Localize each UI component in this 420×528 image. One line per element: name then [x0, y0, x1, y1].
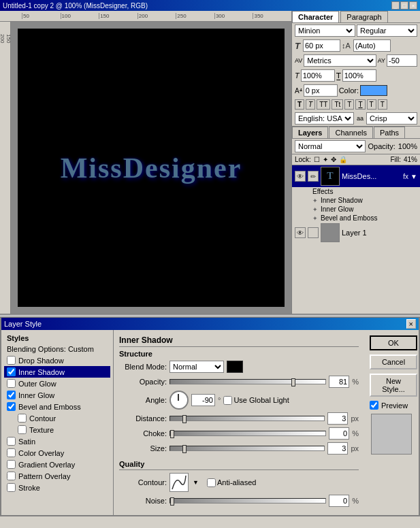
- baseline-field[interactable]: [304, 84, 338, 97]
- choke-thumb[interactable]: [170, 430, 174, 438]
- contour-checkbox[interactable]: [18, 414, 27, 423]
- lang-select[interactable]: English: USA: [295, 112, 354, 125]
- bevel-emboss-effect-row[interactable]: ✦ Bevel and Emboss: [292, 214, 420, 222]
- bevel-emboss-checkbox[interactable]: [7, 402, 16, 411]
- satin-checkbox[interactable]: [7, 437, 16, 446]
- blend-mode-select[interactable]: Normal: [295, 140, 366, 152]
- size-field[interactable]: [327, 442, 348, 455]
- lock-all-icon[interactable]: 🔒: [339, 156, 347, 163]
- sidebar-texture[interactable]: Texture: [4, 424, 110, 435]
- new-style-button[interactable]: New Style...: [370, 374, 417, 397]
- leading-field[interactable]: [353, 39, 391, 52]
- t-under-btn[interactable]: T: [355, 99, 365, 110]
- inner-shadow-checkbox[interactable]: [7, 367, 16, 376]
- layer-t-brush[interactable]: ✏: [308, 171, 319, 182]
- sidebar-drop-shadow[interactable]: Drop Shadow: [4, 354, 110, 366]
- preview-checkbox[interactable]: [370, 401, 378, 410]
- tt2-btn[interactable]: Tt: [332, 99, 343, 110]
- effect-inner-glow: Inner Glow: [321, 205, 353, 213]
- stroke-checkbox[interactable]: [7, 483, 16, 492]
- sidebar-gradient-overlay[interactable]: Gradient Overlay: [4, 459, 110, 470]
- font-size-field[interactable]: [303, 39, 340, 52]
- size-slider[interactable]: [169, 446, 325, 451]
- sidebar-color-overlay[interactable]: Color Overlay: [4, 447, 110, 459]
- tracking-select[interactable]: Metrics: [304, 54, 376, 67]
- tab-paragraph[interactable]: Paragraph: [340, 11, 387, 22]
- lock-move-icon[interactable]: ✥: [331, 156, 336, 163]
- font-style-select[interactable]: Regular: [357, 24, 417, 37]
- antialias-select[interactable]: Crisp: [366, 112, 417, 125]
- tt-btn[interactable]: TT: [317, 99, 330, 110]
- t-f1-btn[interactable]: T: [367, 99, 376, 110]
- texture-checkbox[interactable]: [18, 425, 27, 434]
- anti-aliased-checkbox[interactable]: [207, 478, 216, 487]
- sidebar-bevel-emboss[interactable]: Bevel and Emboss: [4, 401, 110, 412]
- layer-t-menu[interactable]: ▼: [410, 173, 417, 180]
- drop-shadow-checkbox[interactable]: [7, 356, 16, 365]
- choke-slider[interactable]: [169, 431, 326, 436]
- layer-1-brush[interactable]: [308, 227, 319, 238]
- tab-layers[interactable]: Layers: [292, 127, 328, 138]
- angle-field[interactable]: [191, 394, 215, 406]
- noise-slider[interactable]: [169, 498, 326, 504]
- kerning-field[interactable]: [387, 54, 417, 67]
- use-global-light-checkbox[interactable]: [223, 396, 232, 405]
- contour-preview[interactable]: [169, 473, 189, 492]
- opacity-slider[interactable]: [169, 379, 326, 384]
- outer-glow-checkbox[interactable]: [7, 379, 16, 388]
- tab-channels[interactable]: Channels: [329, 127, 372, 138]
- sidebar-satin[interactable]: Satin: [4, 435, 110, 447]
- tab-character[interactable]: Character: [292, 11, 339, 22]
- layer-t-eye[interactable]: 👁: [295, 171, 306, 182]
- noise-field[interactable]: [329, 495, 349, 507]
- sidebar-outer-glow[interactable]: Outer Glow: [4, 378, 110, 389]
- contour-dropdown-arrow[interactable]: ▼: [193, 479, 199, 486]
- cancel-button[interactable]: Cancel: [370, 354, 417, 369]
- blend-mode-field[interactable]: Normal: [169, 361, 224, 373]
- sidebar-inner-glow[interactable]: Inner Glow: [4, 389, 110, 401]
- canvas-title-bar: Untitled-1 copy 2 @ 100% (MissDesigner, …: [0, 0, 420, 11]
- close-button[interactable]: ×: [409, 1, 417, 10]
- layer-1-eye[interactable]: 👁: [295, 227, 306, 238]
- inner-shadow-effect-row[interactable]: ✦ Inner Shadow: [292, 196, 420, 205]
- canvas-window[interactable]: MissDesigner: [11, 22, 291, 314]
- scale-h-field[interactable]: [342, 69, 376, 82]
- sidebar-contour[interactable]: Contour: [4, 412, 110, 424]
- opacity-field[interactable]: [329, 376, 349, 388]
- dialog-close-btn[interactable]: ×: [406, 319, 416, 329]
- t-f2-btn[interactable]: T: [378, 99, 387, 110]
- sidebar-inner-shadow[interactable]: Inner Shadow: [4, 366, 110, 378]
- pattern-overlay-checkbox[interactable]: [7, 472, 16, 480]
- sidebar-pattern-overlay[interactable]: Pattern Overlay: [4, 470, 110, 482]
- noise-thumb[interactable]: [170, 497, 174, 506]
- sidebar-blending-options[interactable]: Blending Options: Custom: [4, 344, 110, 354]
- t-sup-btn[interactable]: T: [344, 99, 354, 110]
- color-overlay-checkbox[interactable]: [7, 448, 16, 457]
- lock-pos-icon[interactable]: ✦: [323, 156, 328, 163]
- ok-button[interactable]: OK: [370, 335, 417, 350]
- font-family-select[interactable]: Minion: [295, 24, 355, 37]
- minimize-button[interactable]: _: [391, 1, 400, 10]
- opacity-thumb[interactable]: [291, 378, 295, 386]
- bold-btn[interactable]: T: [295, 99, 304, 110]
- distance-field[interactable]: [327, 412, 348, 425]
- distance-thumb[interactable]: [182, 415, 187, 423]
- gradient-overlay-checkbox[interactable]: [7, 460, 16, 469]
- size-thumb[interactable]: [182, 445, 187, 453]
- layer-1-row[interactable]: 👁 Layer 1: [292, 222, 420, 243]
- restore-button[interactable]: □: [400, 1, 408, 10]
- distance-slider[interactable]: [169, 416, 325, 421]
- layer-t-row[interactable]: 👁 ✏ T MissDes... fx ▼: [292, 165, 420, 187]
- color-swatch[interactable]: [360, 85, 387, 96]
- sidebar-stroke[interactable]: Stroke: [4, 482, 110, 493]
- scale-v-field[interactable]: [301, 69, 335, 82]
- tab-paths[interactable]: Paths: [374, 127, 405, 138]
- lock-checkbox[interactable]: ☐: [314, 156, 320, 163]
- choke-field[interactable]: [329, 427, 349, 440]
- blend-color-swatch[interactable]: [227, 361, 243, 373]
- inner-glow-effect-row[interactable]: ✦ Inner Glow: [292, 205, 420, 214]
- choke-row: Choke: %: [119, 427, 359, 440]
- inner-glow-checkbox[interactable]: [7, 391, 16, 399]
- angle-dial[interactable]: [169, 391, 189, 410]
- italic-btn[interactable]: T: [306, 99, 315, 110]
